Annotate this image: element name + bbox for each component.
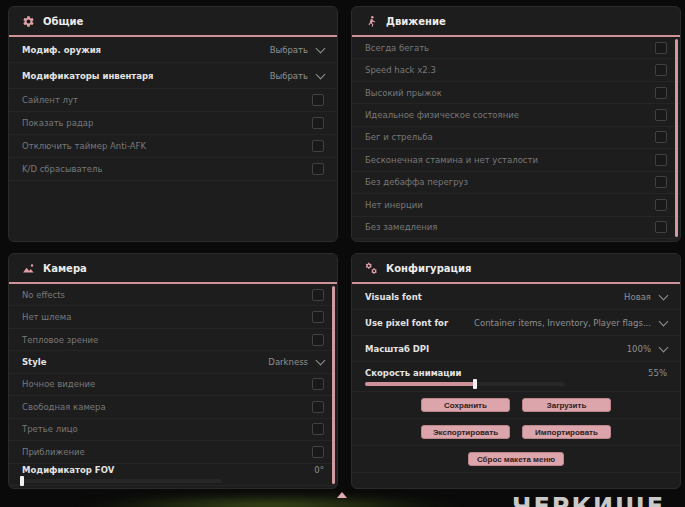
- no-effects-checkbox[interactable]: [312, 289, 324, 301]
- dpi-scale-dropdown[interactable]: 100%: [627, 344, 667, 354]
- row-zoom[interactable]: Приближение: [9, 441, 337, 463]
- row-weapon-mod: Модиф. оружия Выбрать: [9, 37, 337, 63]
- save-button[interactable]: Сохранить: [421, 398, 510, 412]
- row-night-vision[interactable]: Ночное видение: [9, 374, 337, 396]
- zoom-checkbox[interactable]: [312, 446, 324, 458]
- row-no-inertia[interactable]: Нет инерции: [352, 194, 680, 216]
- row-label: Масштаб DPI: [365, 344, 429, 354]
- silent-loot-checkbox[interactable]: [312, 94, 324, 106]
- row-kd-reset[interactable]: K/D сбрасыватель: [9, 158, 337, 181]
- row-label: Style: [22, 357, 46, 367]
- thermal-vision-checkbox[interactable]: [312, 334, 324, 346]
- row-free-camera[interactable]: Свободная камера: [9, 396, 337, 418]
- visuals-font-dropdown[interactable]: Новая: [624, 292, 667, 302]
- camera-scrollbar[interactable]: [332, 286, 335, 484]
- grass-glow: [80, 493, 460, 507]
- slider-handle[interactable]: [473, 379, 477, 389]
- dropdown-value: Darkness: [268, 357, 308, 367]
- row-label: Идеальное физическое состояние: [365, 110, 519, 120]
- row-silent-loot[interactable]: Сайлент лут: [9, 89, 337, 112]
- panel-config-header[interactable]: Конфигурация: [352, 254, 680, 284]
- row-run-and-shoot[interactable]: Бег и стрельба: [352, 127, 680, 149]
- row-label: Свободная камера: [22, 402, 106, 412]
- row-label: Третье лицо: [22, 424, 78, 434]
- game-background: ЧЕРКИШЕ: [0, 489, 685, 507]
- third-person-checkbox[interactable]: [312, 423, 324, 435]
- row-label: Use pixel font for: [365, 318, 448, 328]
- no-slowdown-checkbox[interactable]: [655, 221, 667, 233]
- panel-general-header[interactable]: Общие: [9, 7, 337, 37]
- run-and-shoot-checkbox[interactable]: [655, 131, 667, 143]
- row-always-run[interactable]: Всегда бегать: [352, 37, 680, 59]
- row-third-person[interactable]: Третье лицо: [9, 419, 337, 441]
- fov-slider[interactable]: [22, 479, 222, 483]
- panel-movement-body: Всегда бегать Speed hack x2.3 Высокий пр…: [352, 37, 680, 239]
- pixel-font-dropdown[interactable]: Container items, Inventory, Player flags…: [474, 318, 667, 328]
- speed-hack-checkbox[interactable]: [655, 64, 667, 76]
- row-high-jump[interactable]: Высокий прыжок: [352, 82, 680, 104]
- slider-handle[interactable]: [20, 476, 24, 486]
- row-label: Нет шлема: [22, 312, 71, 322]
- row-no-slowdown[interactable]: Без замедления: [352, 217, 680, 239]
- row-no-overload-debuff[interactable]: Без дебаффа перегруз: [352, 172, 680, 194]
- row-speed-hack[interactable]: Speed hack x2.3: [352, 59, 680, 81]
- row-no-effects[interactable]: No effects: [9, 284, 337, 306]
- row-label: Модификаторы инвентаря: [22, 71, 154, 81]
- row-label: Скорость анимации: [365, 368, 462, 378]
- row-label: Показать радар: [22, 118, 93, 128]
- row-label: Без дебаффа перегруз: [365, 177, 468, 187]
- weapon-mod-dropdown[interactable]: Выбрать: [270, 45, 324, 55]
- dropdown-value: Container items, Inventory, Player flags…: [474, 318, 651, 328]
- always-run-checkbox[interactable]: [655, 42, 667, 54]
- slider-fill: [365, 382, 475, 386]
- free-camera-checkbox[interactable]: [312, 401, 324, 413]
- panel-title: Камера: [43, 263, 87, 274]
- row-label: Модиф. оружия: [22, 45, 101, 55]
- animation-speed-slider[interactable]: [365, 382, 565, 386]
- no-helmet-checkbox[interactable]: [312, 311, 324, 323]
- button-row-reset: Сброс макета меню: [352, 446, 680, 473]
- row-pixel-font: Use pixel font for Container items, Inve…: [352, 310, 680, 336]
- show-radar-checkbox[interactable]: [312, 117, 324, 129]
- mod-menu-screen: Общие Модиф. оружия Выбрать Модификаторы…: [0, 0, 685, 507]
- export-button[interactable]: Экспортировать: [421, 425, 510, 439]
- row-style: Style Darkness: [9, 351, 337, 373]
- row-label: Ночное видение: [22, 379, 95, 389]
- row-animation-speed: Скорость анимации 55%: [352, 362, 680, 392]
- no-overload-checkbox[interactable]: [655, 176, 667, 188]
- panel-general: Общие Модиф. оружия Выбрать Модификаторы…: [8, 6, 338, 242]
- runner-icon: [364, 14, 378, 28]
- row-infinite-stamina[interactable]: Бесконечная стамина и нет усталости: [352, 149, 680, 171]
- row-label: Speed hack x2.3: [365, 65, 436, 75]
- style-dropdown[interactable]: Darkness: [268, 357, 324, 367]
- movement-scrollbar[interactable]: [675, 39, 678, 237]
- row-no-helmet[interactable]: Нет шлема: [9, 306, 337, 328]
- night-vision-checkbox[interactable]: [312, 378, 324, 390]
- chevron-down-icon: [659, 290, 669, 300]
- chevron-down-icon: [316, 43, 326, 53]
- row-label: Отключить таймер Anti-AFK: [22, 141, 146, 151]
- high-jump-checkbox[interactable]: [655, 87, 667, 99]
- row-thermal-vision[interactable]: Тепловое зрение: [9, 329, 337, 351]
- infinite-stamina-checkbox[interactable]: [655, 154, 667, 166]
- row-disable-antiafk[interactable]: Отключить таймер Anti-AFK: [9, 135, 337, 158]
- perfect-condition-checkbox[interactable]: [655, 109, 667, 121]
- row-perfect-condition[interactable]: Идеальное физическое состояние: [352, 104, 680, 126]
- row-label: Всегда бегать: [365, 43, 429, 53]
- panel-camera-header[interactable]: Камера: [9, 254, 337, 284]
- dropdown-value: 100%: [627, 344, 651, 354]
- resize-grip-icon: [337, 492, 347, 498]
- row-show-radar[interactable]: Показать радар: [9, 112, 337, 135]
- inventory-mods-dropdown[interactable]: Выбрать: [270, 71, 324, 81]
- load-button[interactable]: Загрузить: [522, 398, 611, 412]
- kd-reset-checkbox[interactable]: [312, 163, 324, 175]
- no-inertia-checkbox[interactable]: [655, 199, 667, 211]
- antiafk-checkbox[interactable]: [312, 140, 324, 152]
- row-label: Visuals font: [365, 292, 422, 302]
- dropdown-value: Новая: [624, 292, 651, 302]
- double-gear-icon: [364, 261, 378, 275]
- reset-layout-button[interactable]: Сброс макета меню: [468, 452, 564, 466]
- import-button[interactable]: Импортировать: [522, 425, 611, 439]
- chevron-down-icon: [316, 69, 326, 79]
- panel-movement-header[interactable]: Движение: [352, 7, 680, 37]
